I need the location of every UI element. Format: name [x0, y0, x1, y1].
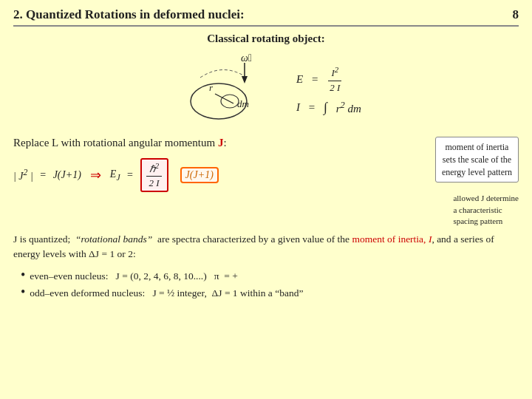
svg-line-4: [215, 94, 233, 103]
classical-inner: ω⃗ r dm E: [171, 48, 361, 132]
moment-inertia-note: moment of inertia sets the scale of the …: [435, 137, 519, 183]
replace-label: Replace L with rotational angular moment…: [13, 137, 428, 149]
classical-label: Classical rotating object:: [207, 33, 325, 45]
rotating-object-sketch: ω⃗ r dm: [171, 48, 282, 132]
inertia-formula: I = ∫ r2 dm: [296, 100, 361, 115]
notes-column: moment of inertia sets the scale of the …: [435, 137, 519, 228]
bullet-item-2: • odd–even deformed nucleus: J = ½ integ…: [21, 285, 519, 299]
jj1-box: J(J+1): [180, 167, 219, 183]
page-number: 8: [513, 7, 519, 22]
svg-text:ω⃗: ω⃗: [241, 52, 252, 64]
svg-marker-2: [242, 76, 248, 83]
energy-formula: E = I2 2 I: [296, 65, 361, 93]
bullet-icon-2: •: [21, 285, 25, 299]
replace-section: Replace L with rotational angular moment…: [13, 137, 519, 228]
replace-left: Replace L with rotational angular moment…: [13, 137, 428, 192]
bullet-list: • even–even nucleus: J = (0, 2, 4, 6, 8,…: [21, 268, 519, 299]
energy-formulas: E = I2 2 I I = ∫ r2 dm: [296, 65, 361, 115]
bottom-text-block: J is quantized; “rotational bands” are s…: [13, 232, 519, 263]
bullet-item-1: • even–even nucleus: J = (0, 2, 4, 6, 8,…: [21, 268, 519, 282]
allowed-note: allowed J determine a characteristic spa…: [453, 193, 519, 227]
header: 2. Quantized Rotations in deformed nucle…: [13, 7, 519, 27]
quantum-equation: | J2 | = J(J+1) ⇒ EJ = ℏ2 2 I J(J+1): [13, 158, 428, 192]
slide-title: 2. Quantized Rotations in deformed nucle…: [13, 7, 245, 22]
bullet-icon-1: •: [21, 268, 25, 282]
classical-section: Classical rotating object: ω⃗ r dm: [13, 33, 519, 132]
slide: 2. Quantized Rotations in deformed nucle…: [0, 0, 532, 399]
